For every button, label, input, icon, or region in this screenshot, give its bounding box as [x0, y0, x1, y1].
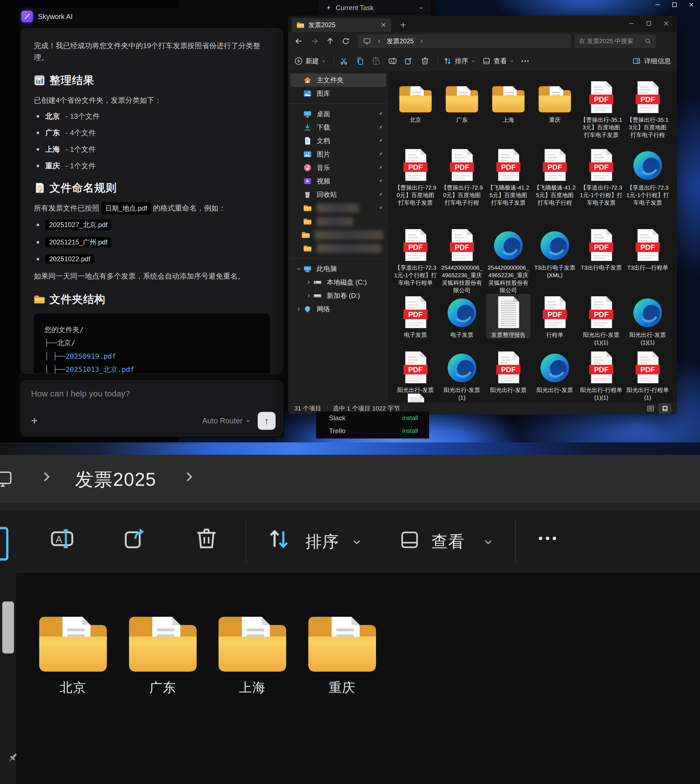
current-task-bar[interactable]: Current Task — [318, 0, 431, 16]
sidebar-item-图库[interactable]: 图库 — [290, 87, 386, 100]
cut-button[interactable] — [339, 57, 348, 65]
minimize-icon[interactable] — [654, 1, 662, 8]
sidebar-item-回收站[interactable]: 回收站 — [290, 188, 386, 201]
breadcrumb-path[interactable]: 发票2025 — [75, 467, 157, 492]
sidebar-item-下载[interactable]: 下载 — [290, 121, 386, 134]
file-item[interactable]: PDF 阳光出行-发票(1) — [393, 349, 438, 401]
sidebar-item-图片[interactable]: 图片 — [290, 147, 386, 161]
list-view-toggle[interactable] — [645, 404, 657, 413]
file-item[interactable]: T3出行电子发票(XML) — [533, 227, 577, 279]
rename-button[interactable]: A — [49, 526, 75, 552]
close-icon[interactable] — [688, 1, 695, 8]
up-button[interactable] — [322, 34, 338, 48]
new-button[interactable]: 新建 — [294, 57, 326, 65]
install-link[interactable]: install — [402, 415, 418, 422]
sidebar-item-主文件夹[interactable]: 主文件夹 — [290, 74, 386, 87]
sidebar-item-音乐[interactable]: 音乐 — [290, 161, 386, 174]
delete-button[interactable] — [420, 57, 430, 65]
file-item[interactable]: 阳光出行-发票(1)(1) — [626, 294, 670, 346]
file-item[interactable]: PDF 阳光出行-行程单(1)(1) — [579, 349, 623, 401]
file-item[interactable]: 254420000006_49652236_重庆灵狐科技股份有限公司 — [486, 227, 530, 294]
folder-item[interactable]: 重庆 — [533, 79, 577, 124]
sidebar-item[interactable] — [290, 201, 386, 215]
sidebar-item-文档[interactable]: 文档 — [290, 134, 386, 147]
view-icon[interactable] — [398, 529, 421, 551]
attach-plus-button[interactable]: + — [31, 414, 38, 428]
refresh-button[interactable] — [338, 34, 353, 48]
file-item[interactable]: PDF 阳光出行-发票 — [486, 349, 530, 394]
more-options-button[interactable] — [521, 59, 529, 63]
file-item[interactable]: PDF 【曹操出行-35.13元】百度地图打车电子发票 — [579, 79, 623, 139]
share-button[interactable] — [123, 526, 148, 552]
zoom-folder-重庆[interactable]: 重庆 — [297, 611, 387, 696]
install-link[interactable]: install — [402, 427, 418, 435]
thumbnail-view-toggle[interactable] — [659, 404, 671, 413]
zoom-folder-北京[interactable]: 北京 — [28, 611, 118, 696]
view-label[interactable]: 查看 — [432, 531, 465, 553]
rename-button[interactable]: A — [388, 57, 397, 65]
sidebar-item[interactable] — [290, 228, 386, 242]
file-item[interactable]: 电子发票 — [440, 294, 484, 339]
file-item[interactable]: PDF 254420000006_49652236_重庆灵狐科技股份有限公司 — [440, 227, 484, 294]
file-item[interactable]: PDF 电子发票 — [393, 294, 438, 339]
chat-composer[interactable]: How can I help you today? + Auto Router … — [21, 380, 283, 436]
file-item[interactable]: PDF 【享道出行-72.31元-1个行程】打车电子行程单 — [393, 227, 438, 286]
search-input[interactable]: 在 发票2025 中搜索 — [575, 34, 656, 48]
close-icon[interactable] — [657, 16, 675, 31]
file-item[interactable]: PDF 【享道出行-72.31元-1个行程】打车电子发票 — [579, 147, 623, 206]
view-button[interactable]: 查看 — [482, 57, 514, 65]
file-item[interactable]: PDF 阳光出行-行程单(1) — [626, 349, 670, 401]
more-options-button[interactable] — [537, 534, 558, 543]
paste-button[interactable] — [372, 57, 381, 65]
tab-close-icon[interactable] — [381, 22, 386, 27]
chevron-right-icon[interactable] — [304, 293, 313, 298]
sort-label[interactable]: 排序 — [305, 531, 339, 553]
pin-icon[interactable] — [5, 751, 20, 766]
sidebar-item-网络[interactable]: 网络 — [290, 303, 386, 316]
sidebar-item[interactable] — [290, 215, 386, 228]
sort-button[interactable]: 排序 — [443, 57, 475, 65]
folder-item[interactable]: 广东 — [440, 79, 484, 124]
file-item[interactable]: PDF 行程单 — [533, 294, 577, 339]
send-button[interactable]: ↑ — [258, 412, 276, 430]
share-button[interactable] — [404, 57, 413, 65]
file-item[interactable]: 阳光出行-发票 — [533, 349, 577, 394]
file-item[interactable]: PDF 【飞嘀极速-41.25元】百度地图打车电子发票 — [486, 147, 530, 206]
minimize-icon[interactable] — [623, 16, 640, 31]
file-item[interactable]: PDF 【曹操出行-35.13元】百度地图打车电子行程 — [626, 79, 670, 139]
sidebar-item-此电脑[interactable]: 此电脑 — [290, 262, 386, 276]
forward-button[interactable] — [307, 34, 322, 48]
breadcrumb-path[interactable]: 发票2025 — [387, 37, 414, 46]
model-selector[interactable]: Auto Router — [202, 417, 250, 425]
sidebar-item-本地磁盘 (C:)[interactable]: 本地磁盘 (C:) — [300, 276, 386, 289]
chevron-right-icon[interactable] — [304, 280, 313, 284]
file-item[interactable]: 阳光出行-发票(1) — [440, 349, 484, 401]
file-item[interactable]: 发票整理报告 — [486, 294, 530, 339]
copy-button[interactable] — [356, 57, 365, 65]
file-item[interactable]: PDF 【飞嘀极速-41.25元】百度地图打车电子行程 — [533, 147, 577, 206]
scrollbar-thumb[interactable] — [2, 602, 14, 654]
breadcrumb[interactable]: 发票2025 — [358, 34, 571, 48]
file-item[interactable]: PDF 【曹操出行-72.90元】百度地图打车电子发票 — [393, 147, 438, 206]
file-item[interactable]: PDF 阳光出行-发票(1)(1) — [579, 294, 623, 346]
new-tab-button[interactable] — [398, 20, 408, 30]
folder-item[interactable]: 北京 — [393, 79, 438, 124]
sidebar-item[interactable] — [290, 242, 386, 255]
file-item[interactable]: PDF T3出行—行程单 — [626, 227, 670, 271]
explorer-tab[interactable]: 发票2025 — [292, 18, 391, 32]
folder-item[interactable]: 上海 — [486, 79, 530, 124]
delete-button[interactable] — [193, 526, 219, 552]
details-pane-button[interactable]: 详细信息 — [632, 57, 671, 65]
file-item[interactable]: 【享道出行-72.31元-1个行程】打车电子发票 — [626, 147, 670, 206]
back-button[interactable] — [291, 34, 307, 48]
maximize-icon[interactable] — [640, 16, 657, 31]
maximize-icon[interactable] — [671, 1, 678, 8]
zoom-folder-广东[interactable]: 广东 — [118, 611, 208, 696]
sidebar-item-视频[interactable]: 视频 — [290, 174, 386, 188]
file-item[interactable]: PDF T3出行电子发票 — [579, 227, 623, 271]
chevron-right-icon[interactable] — [294, 307, 303, 311]
file-item[interactable]: PDF 【曹操出行-72.90元】百度地图打车电子行程 — [440, 147, 484, 206]
chevron-down-icon[interactable] — [294, 267, 303, 271]
sidebar-item-桌面[interactable]: 桌面 — [290, 107, 386, 121]
sidebar-item-新加卷 (D:)[interactable]: 新加卷 (D:) — [300, 289, 386, 303]
